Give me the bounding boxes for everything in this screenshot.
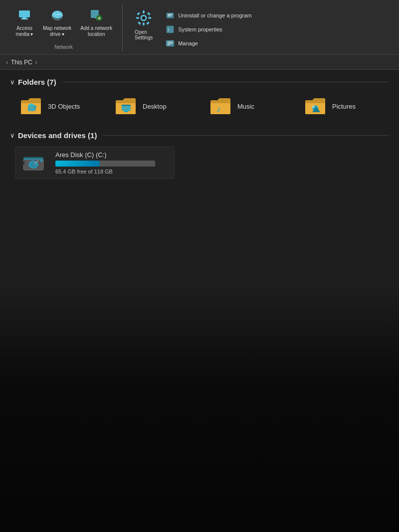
svg-rect-2 [21, 18, 28, 19]
network-section-label: Network [54, 44, 73, 51]
folders-section-header: ∨ Folders (7) [10, 78, 389, 86]
svg-rect-16 [146, 21, 150, 25]
open-settings-button[interactable]: OpenSettings [130, 6, 158, 42]
map-drive-icon [48, 6, 66, 24]
svg-rect-45 [22, 161, 24, 165]
devices-section-title: Devices and drives (1) [18, 131, 97, 140]
folder-music-label: Music [237, 103, 254, 110]
system-properties-text: System properties [178, 26, 222, 32]
open-settings-label: OpenSettings [135, 29, 153, 40]
map-drive-button[interactable]: Map networkdrive ▾ [40, 4, 74, 39]
svg-rect-33 [124, 111, 129, 112]
svg-rect-11 [143, 10, 145, 13]
devices-divider [103, 135, 389, 136]
system-properties-link[interactable]: i System properties [163, 23, 254, 36]
drive-info-panel: Ares Disk (C) (C:) 65.4 GB free of 118 G… [55, 151, 155, 175]
main-content-area: ∨ Folders (7) 3D Objects [0, 70, 399, 532]
folder-3d-objects-label: 3D Objects [48, 103, 80, 110]
svg-rect-28 [28, 105, 35, 111]
folder-3d-objects-icon [19, 96, 43, 116]
system-section-label: System [353, 521, 369, 528]
ribbon-toolbar: Accessmedia ▾ Map networkdrive ▾ [0, 0, 399, 55]
svg-text:i: i [168, 27, 169, 32]
manage-icon [165, 38, 175, 48]
folder-pictures-icon [303, 96, 327, 116]
breadcrumb-separator: › [35, 59, 37, 66]
folder-desktop-label: Desktop [143, 103, 167, 110]
network-items-row: Accessmedia ▾ Map networkdrive ▾ [12, 4, 115, 44]
breadcrumb-bar: › This PC › [0, 55, 399, 70]
drive-space-label: 65.4 GB free of 118 GB [55, 169, 155, 175]
folder-3d-objects[interactable]: 3D Objects [15, 93, 105, 119]
ribbon-network-section: Accessmedia ▾ Map networkdrive ▾ [5, 4, 123, 51]
add-network-button[interactable]: + + Add a networklocation [77, 4, 115, 39]
devices-section: ∨ Devices and drives (1) [10, 131, 389, 179]
drive-usage-bar-bg [55, 161, 155, 167]
system-props-icon: i [165, 24, 175, 34]
svg-text:+: + [98, 15, 101, 21]
system-links-column: Uninstall or change a program i System p… [163, 6, 254, 50]
svg-rect-15 [137, 12, 140, 15]
devices-section-header: ∨ Devices and drives (1) [10, 131, 389, 140]
folder-music-icon: ♪ [208, 96, 232, 116]
access-media-button[interactable]: Accessmedia ▾ [12, 4, 37, 39]
svg-rect-14 [148, 17, 151, 19]
svg-rect-18 [138, 21, 141, 25]
access-media-icon [15, 6, 33, 24]
folders-divider [62, 82, 389, 82]
manage-text: Manage [178, 40, 198, 46]
c-drive-item[interactable]: Ares Disk (C) (C:) 65.4 GB free of 118 G… [15, 147, 175, 179]
folder-pictures-label: Pictures [332, 103, 356, 110]
folder-desktop-icon [114, 96, 138, 116]
add-network-icon: + + [87, 6, 105, 24]
uninstall-programs-link[interactable]: Uninstall or change a program [163, 9, 254, 22]
drive-name-label: Ares Disk (C) (C:) [55, 151, 155, 159]
folder-desktop[interactable]: Desktop [110, 93, 200, 119]
breadcrumb-this-pc[interactable]: This PC [11, 59, 32, 66]
folder-music[interactable]: ♪ Music [204, 93, 294, 119]
breadcrumb-back-arrow: › [6, 59, 8, 66]
access-media-label: Accessmedia ▾ [15, 25, 33, 37]
uninstall-programs-text: Uninstall or change a program [178, 12, 251, 18]
svg-rect-12 [143, 22, 145, 25]
settings-gear-icon [134, 8, 154, 28]
drive-usage-bar-fill [55, 161, 100, 167]
svg-point-43 [33, 164, 34, 165]
svg-point-38 [312, 106, 314, 108]
svg-rect-17 [147, 12, 151, 15]
svg-rect-19 [167, 13, 174, 18]
svg-point-10 [142, 16, 146, 19]
drive-icon [20, 152, 48, 174]
ribbon-system-section: OpenSettings Uninstall or change a progr… [123, 4, 261, 51]
manage-link[interactable]: Manage [163, 37, 254, 50]
svg-rect-32 [122, 105, 131, 106]
svg-point-46 [40, 160, 42, 162]
svg-rect-34 [125, 112, 128, 112]
svg-text:♪: ♪ [216, 104, 221, 114]
folders-chevron-icon[interactable]: ∨ [10, 78, 15, 86]
uninstall-icon [165, 10, 175, 20]
map-drive-label: Map networkdrive ▾ [43, 25, 71, 37]
folder-pictures[interactable]: Pictures [299, 93, 389, 119]
devices-chevron-icon[interactable]: ∨ [10, 132, 15, 139]
folders-section-title: Folders (7) [18, 78, 56, 86]
svg-rect-0 [19, 10, 30, 17]
svg-rect-13 [136, 17, 139, 19]
folders-grid: 3D Objects Desktop ♪ Music [10, 93, 389, 119]
svg-rect-47 [23, 157, 43, 160]
add-network-label: Add a networklocation [80, 25, 112, 37]
